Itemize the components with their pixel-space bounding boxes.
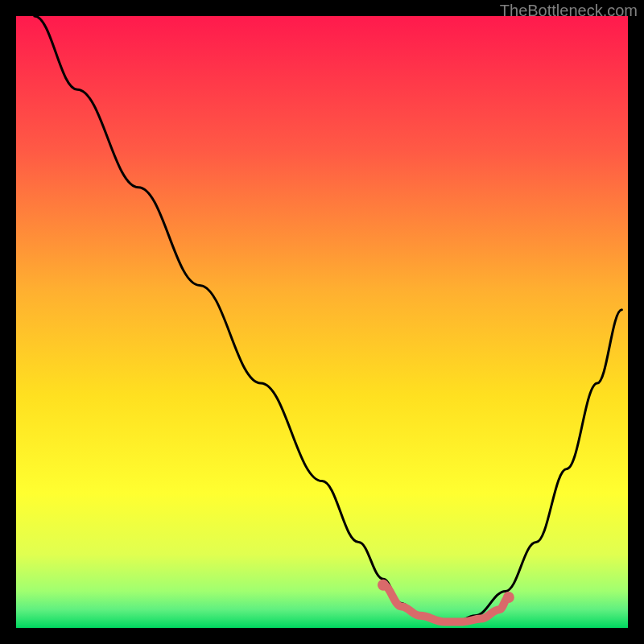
gradient-background [16,16,628,628]
plot-area [16,16,628,628]
svg-point-1 [503,592,514,603]
watermark-text: TheBottleneck.com [500,2,638,20]
chart-svg [16,16,628,628]
chart-container: TheBottleneck.com [0,0,644,644]
svg-point-0 [378,580,389,591]
